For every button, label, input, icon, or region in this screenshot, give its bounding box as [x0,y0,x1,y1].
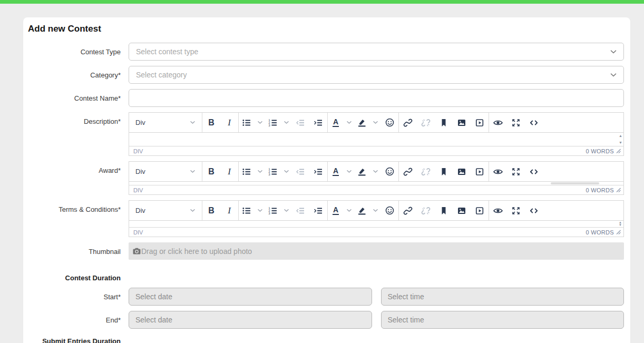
vertical-scrollbar[interactable]: ▲▼ [619,221,622,227]
fullscreen-button[interactable] [507,162,525,182]
unlink-button[interactable] [417,113,435,133]
format-dropdown[interactable]: Div [129,162,202,182]
contest-duration-heading-row: Contest Duration [23,274,630,282]
resize-grip-icon[interactable] [616,230,621,234]
emoji-button[interactable] [380,162,398,182]
format-dropdown[interactable]: Div [129,201,202,221]
text-color-button[interactable]: A [328,201,344,221]
start-time-input[interactable] [381,288,625,306]
fullscreen-button[interactable] [507,113,525,133]
editor-content-area[interactable]: ▲▼ ▲▼ [129,133,623,146]
code-icon [529,206,539,215]
text-color-button[interactable]: A [328,162,344,182]
insert-image-button[interactable] [453,162,471,182]
editor-content-area[interactable]: ▲▼ ▲▼ [129,182,623,185]
bookmark-button[interactable] [435,162,453,182]
ordered-list-dropdown[interactable] [281,201,291,221]
ordered-list-button[interactable]: 1 2 3 [265,201,281,221]
indent-button[interactable] [309,113,327,133]
preview-button[interactable] [489,113,507,133]
unordered-list-dropdown[interactable] [255,162,265,182]
emoji-button[interactable] [380,113,398,133]
vertical-scrollbar[interactable]: ▲▼ [619,134,622,144]
insert-video-button[interactable] [471,201,489,221]
unordered-list-button[interactable] [239,201,255,221]
outdent-button[interactable] [291,162,309,182]
editor-content-area[interactable]: ▲▼ ▲▼ [129,221,623,227]
italic-button[interactable]: I [220,162,238,182]
bold-button[interactable]: B [202,113,220,133]
page-title: Add new Contest [28,24,630,34]
insert-video-button[interactable] [471,113,489,133]
bookmark-button[interactable] [435,201,453,221]
highlight-color-button[interactable] [354,162,370,182]
resize-grip-icon[interactable] [616,149,621,153]
unordered-list-dropdown[interactable] [255,113,265,133]
chevron-down-icon [258,170,262,173]
insert-link-button[interactable] [399,113,417,133]
thumbnail-row: Thumbnail Drag or click here to upload p… [23,242,630,260]
unlink-button[interactable] [417,201,435,221]
start-date-input[interactable] [129,288,372,306]
fullscreen-button[interactable] [507,201,525,221]
thumbnail-upload[interactable]: Drag or click here to upload photo [129,242,624,260]
end-time-input[interactable] [381,311,625,329]
category-select[interactable]: Select category [129,66,624,84]
highlight-color-button[interactable] [354,113,370,133]
end-date-input[interactable] [129,311,372,329]
insert-link-button[interactable] [399,201,417,221]
horizontal-scrollbar-thumb[interactable] [551,182,599,184]
scroll-up-icon[interactable]: ▲ [619,134,622,138]
ordered-list-button[interactable]: 1 2 3 [265,113,281,133]
bookmark-icon [439,118,448,128]
text-color-dropdown[interactable] [344,162,354,182]
contest-name-input[interactable] [129,89,624,107]
text-color-button[interactable]: A [328,113,344,133]
emoji-button[interactable] [380,201,398,221]
emoji-icon [385,205,395,215]
bold-button[interactable]: B [202,201,220,221]
outdent-button[interactable] [291,201,309,221]
highlight-color-dropdown[interactable] [370,162,380,182]
outdent-button[interactable] [291,113,309,133]
chevron-down-icon [190,170,195,173]
highlight-color-dropdown[interactable] [370,113,380,133]
insert-image-button[interactable] [453,201,471,221]
highlight-color-button[interactable] [354,201,370,221]
highlight-color-dropdown[interactable] [370,201,380,221]
scroll-down-icon[interactable]: ▼ [619,224,622,227]
unlink-button[interactable] [417,162,435,182]
italic-button[interactable]: I [220,113,238,133]
scroll-down-icon[interactable]: ▼ [619,141,622,144]
insert-video-button[interactable] [471,162,489,182]
submit-entries-heading: Submit Entries Duration [23,337,121,343]
italic-button[interactable]: I [220,201,238,221]
svg-text:3: 3 [269,124,270,127]
bold-button[interactable]: B [202,162,220,182]
text-color-dropdown[interactable] [344,201,354,221]
ordered-list-button[interactable]: 1 2 3 [265,162,281,182]
unordered-list-button[interactable] [239,162,255,182]
resize-grip-icon[interactable] [616,188,621,192]
contest-type-select[interactable]: Select contest type [129,43,624,61]
bookmark-button[interactable] [435,113,453,133]
chevron-down-icon [610,73,617,77]
award-row: Award* Div B I [23,161,630,195]
indent-button[interactable] [309,201,327,221]
unordered-list-dropdown[interactable] [255,201,265,221]
preview-button[interactable] [489,162,507,182]
editor-mode-label: DIV [133,229,143,236]
code-view-button[interactable] [525,113,543,133]
preview-button[interactable] [489,201,507,221]
editor-mode-label: DIV [133,148,143,154]
indent-button[interactable] [309,162,327,182]
insert-image-button[interactable] [453,113,471,133]
format-dropdown[interactable]: Div [129,113,202,133]
unordered-list-button[interactable] [239,113,255,133]
text-color-dropdown[interactable] [344,113,354,133]
ordered-list-dropdown[interactable] [281,113,291,133]
insert-link-button[interactable] [399,162,417,182]
code-view-button[interactable] [525,162,543,182]
code-view-button[interactable] [525,201,543,221]
ordered-list-dropdown[interactable] [281,162,291,182]
